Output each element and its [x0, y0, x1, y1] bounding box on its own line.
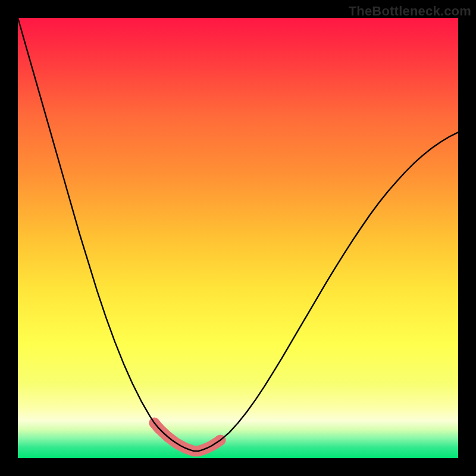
bottom-markers — [149, 418, 226, 451]
curve-layer — [18, 18, 458, 458]
plot-area — [18, 18, 458, 458]
bottleneck-curve — [18, 18, 458, 451]
watermark-text: TheBottleneck.com — [349, 4, 471, 19]
chart-frame: TheBottleneck.com — [0, 0, 476, 476]
